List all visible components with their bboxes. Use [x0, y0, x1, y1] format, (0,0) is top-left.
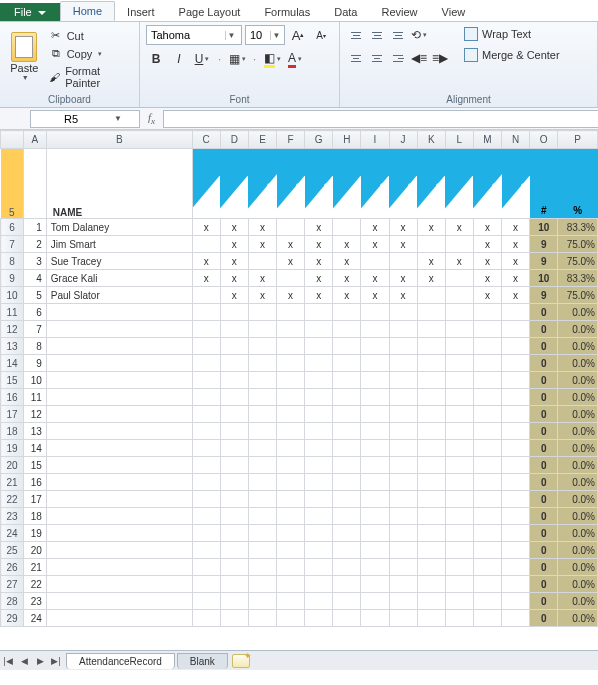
align-left-button[interactable]: [346, 48, 366, 68]
attendance-cell[interactable]: [502, 440, 530, 457]
sheet-nav-prev[interactable]: ◀: [16, 653, 32, 669]
borders-button[interactable]: ▦▾: [227, 49, 247, 69]
attendance-cell[interactable]: [220, 559, 248, 576]
row-header[interactable]: 8: [1, 253, 24, 270]
orientation-button[interactable]: ⟲▾: [409, 25, 429, 45]
count-cell[interactable]: 0: [530, 559, 558, 576]
attendance-cell[interactable]: [248, 338, 276, 355]
pct-cell[interactable]: 75.0%: [558, 287, 598, 304]
attendance-cell[interactable]: [277, 304, 305, 321]
attendance-cell[interactable]: [248, 253, 276, 270]
attendance-cell[interactable]: [220, 474, 248, 491]
attendance-cell[interactable]: [277, 372, 305, 389]
sheet-nav-first[interactable]: |◀: [0, 653, 16, 669]
attendance-cell[interactable]: [277, 491, 305, 508]
date-header-cell[interactable]: 2/5/2009: [333, 149, 361, 219]
name-box[interactable]: ▼: [30, 110, 140, 128]
attendance-cell[interactable]: [305, 508, 333, 525]
cut-button[interactable]: ✂ Cut: [47, 28, 133, 44]
attendance-cell[interactable]: [248, 457, 276, 474]
attendance-cell[interactable]: [502, 406, 530, 423]
row-header[interactable]: 27: [1, 576, 24, 593]
attendance-cell[interactable]: [389, 372, 417, 389]
attendance-cell[interactable]: [502, 491, 530, 508]
attendance-cell[interactable]: [277, 440, 305, 457]
id-cell[interactable]: 14: [23, 440, 46, 457]
count-cell[interactable]: 0: [530, 508, 558, 525]
attendance-cell[interactable]: x: [445, 253, 473, 270]
fx-icon[interactable]: fx: [148, 111, 155, 126]
attendance-cell[interactable]: [305, 440, 333, 457]
attendance-cell[interactable]: [192, 423, 220, 440]
attendance-cell[interactable]: [220, 576, 248, 593]
attendance-cell[interactable]: [473, 372, 501, 389]
attendance-cell[interactable]: [417, 457, 445, 474]
pct-header[interactable]: %: [558, 149, 598, 219]
row-header[interactable]: 9: [1, 270, 24, 287]
attendance-cell[interactable]: [389, 338, 417, 355]
attendance-cell[interactable]: [333, 508, 361, 525]
attendance-cell[interactable]: [220, 491, 248, 508]
col-header[interactable]: A: [23, 131, 46, 149]
row-header[interactable]: 21: [1, 474, 24, 491]
attendance-cell[interactable]: [248, 423, 276, 440]
count-cell[interactable]: 0: [530, 338, 558, 355]
attendance-cell[interactable]: [333, 372, 361, 389]
attendance-cell[interactable]: x: [333, 287, 361, 304]
row-header[interactable]: 23: [1, 508, 24, 525]
id-cell[interactable]: 17: [23, 491, 46, 508]
pct-cell[interactable]: 0.0%: [558, 457, 598, 474]
paste-button[interactable]: Paste ▼: [6, 25, 43, 87]
attendance-cell[interactable]: [417, 576, 445, 593]
attendance-cell[interactable]: [248, 508, 276, 525]
name-cell[interactable]: [46, 525, 192, 542]
attendance-cell[interactable]: [417, 508, 445, 525]
attendance-cell[interactable]: [277, 406, 305, 423]
row-header[interactable]: 6: [1, 219, 24, 236]
attendance-cell[interactable]: x: [277, 236, 305, 253]
attendance-cell[interactable]: [473, 593, 501, 610]
attendance-cell[interactable]: x: [305, 287, 333, 304]
id-cell[interactable]: 1: [23, 219, 46, 236]
attendance-cell[interactable]: [192, 440, 220, 457]
attendance-cell[interactable]: [389, 355, 417, 372]
attendance-cell[interactable]: [361, 457, 389, 474]
id-cell[interactable]: 2: [23, 236, 46, 253]
row-header[interactable]: 25: [1, 542, 24, 559]
attendance-cell[interactable]: [220, 440, 248, 457]
attendance-cell[interactable]: [417, 338, 445, 355]
align-bottom-button[interactable]: [388, 25, 408, 45]
id-cell[interactable]: 10: [23, 372, 46, 389]
attendance-cell[interactable]: x: [473, 270, 501, 287]
tab-page-layout[interactable]: Page Layout: [167, 3, 253, 21]
attendance-cell[interactable]: [361, 610, 389, 627]
name-cell[interactable]: [46, 457, 192, 474]
attendance-cell[interactable]: [277, 542, 305, 559]
name-cell[interactable]: [46, 406, 192, 423]
pct-cell[interactable]: 0.0%: [558, 372, 598, 389]
attendance-cell[interactable]: [502, 355, 530, 372]
attendance-cell[interactable]: [333, 576, 361, 593]
id-cell[interactable]: 13: [23, 423, 46, 440]
align-right-button[interactable]: [388, 48, 408, 68]
attendance-cell[interactable]: [333, 389, 361, 406]
attendance-cell[interactable]: [502, 559, 530, 576]
attendance-cell[interactable]: [277, 219, 305, 236]
row-header[interactable]: 11: [1, 304, 24, 321]
attendance-cell[interactable]: [361, 593, 389, 610]
id-cell[interactable]: 11: [23, 389, 46, 406]
grow-font-button[interactable]: A▴: [288, 25, 308, 45]
attendance-cell[interactable]: [417, 321, 445, 338]
attendance-cell[interactable]: [333, 559, 361, 576]
count-header[interactable]: #: [530, 149, 558, 219]
attendance-cell[interactable]: [277, 559, 305, 576]
date-header-cell[interactable]: 3/19/2009: [502, 149, 530, 219]
id-cell[interactable]: 7: [23, 321, 46, 338]
attendance-cell[interactable]: [389, 423, 417, 440]
pct-cell[interactable]: 0.0%: [558, 491, 598, 508]
id-cell[interactable]: 15: [23, 457, 46, 474]
attendance-cell[interactable]: x: [333, 270, 361, 287]
attendance-cell[interactable]: [192, 542, 220, 559]
worksheet-grid[interactable]: ABCDEFGHIJKLMNOP5NAME1/1/20091/8/20091/1…: [0, 130, 598, 650]
col-header[interactable]: K: [417, 131, 445, 149]
